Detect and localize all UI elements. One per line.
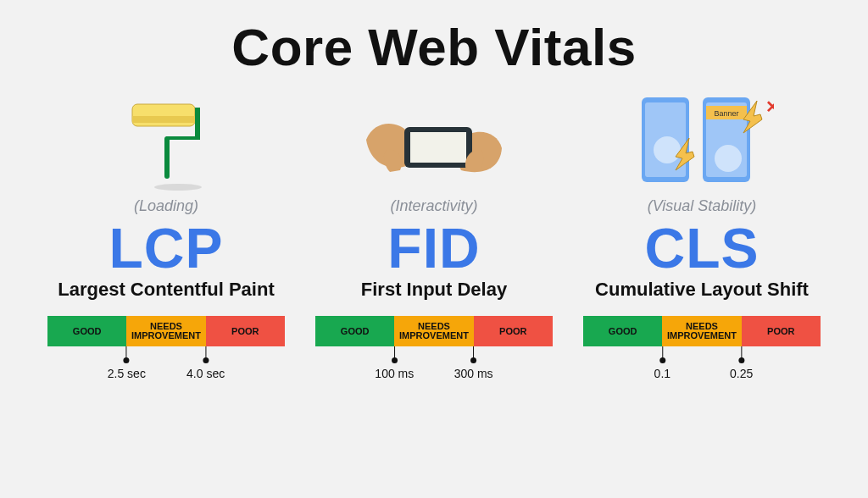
metric-category: (Loading)	[134, 197, 198, 215]
threshold-label: 100 ms	[375, 367, 414, 380]
threshold-tick-b: 300 ms	[454, 346, 493, 380]
threshold-ticks: 2.5 sec 4.0 sec	[47, 346, 285, 380]
segment-good: GOOD	[583, 316, 662, 346]
segment-needs-improvement: NEEDSIMPROVEMENT	[662, 316, 741, 346]
metric-cls: Banner ✕ (Visual Stability) CLS Cumulati…	[578, 89, 826, 380]
svg-point-10	[654, 136, 681, 163]
svg-rect-7	[410, 132, 466, 163]
segment-good: GOOD	[315, 316, 394, 346]
svg-point-5	[154, 184, 202, 191]
threshold-tick-a: 0.1	[654, 346, 670, 380]
segment-needs-improvement: NEEDSIMPROVEMENT	[394, 316, 473, 346]
segment-poor: POOR	[474, 316, 553, 346]
threshold-tick-b: 4.0 sec	[186, 346, 225, 380]
hands-phone-icon	[358, 89, 510, 191]
metric-category: (Interactivity)	[390, 197, 477, 215]
metric-acronym: LCP	[109, 220, 224, 277]
segment-good: GOOD	[47, 316, 126, 346]
threshold-tick-b: 0.25	[730, 346, 753, 380]
layout-shift-icon: Banner ✕	[626, 89, 778, 191]
threshold-label: 0.1	[654, 367, 670, 380]
threshold-label: 0.25	[730, 367, 753, 380]
paint-roller-icon	[90, 89, 242, 191]
threshold-segments: GOOD NEEDSIMPROVEMENT POOR	[583, 316, 821, 346]
metric-fid: (Interactivity) FID First Input Delay GO…	[310, 89, 558, 380]
metric-lcp: (Loading) LCP Largest Contentful Paint G…	[42, 89, 290, 380]
threshold-label: 2.5 sec	[108, 367, 146, 380]
svg-rect-0	[132, 104, 195, 126]
threshold-tick-a: 2.5 sec	[108, 346, 146, 380]
segment-needs-improvement: NEEDSIMPROVEMENT	[126, 316, 205, 346]
svg-rect-4	[164, 136, 170, 179]
segment-poor: POOR	[206, 316, 285, 346]
threshold-bar: GOOD NEEDSIMPROVEMENT POOR 100 ms 300 ms	[315, 316, 553, 380]
core-web-vitals-diagram: Core Web Vitals (Loading) LCP Largest Co…	[0, 0, 868, 498]
page-title: Core Web Vitals	[231, 17, 636, 77]
svg-point-15	[715, 145, 742, 172]
metric-acronym: FID	[387, 220, 480, 277]
svg-rect-3	[166, 136, 200, 140]
svg-text:Banner: Banner	[714, 109, 738, 118]
metric-acronym: CLS	[645, 220, 760, 277]
threshold-label: 300 ms	[454, 367, 493, 380]
threshold-ticks: 0.1 0.25	[583, 346, 821, 380]
metrics-row: (Loading) LCP Largest Contentful Paint G…	[42, 89, 826, 380]
segment-poor: POOR	[742, 316, 821, 346]
metric-fullname: First Input Delay	[361, 279, 507, 301]
threshold-ticks: 100 ms 300 ms	[315, 346, 553, 380]
threshold-label: 4.0 sec	[186, 367, 225, 380]
svg-rect-2	[195, 108, 200, 136]
metric-fullname: Cumulative Layout Shift	[595, 279, 809, 301]
threshold-segments: GOOD NEEDSIMPROVEMENT POOR	[47, 316, 285, 346]
metric-fullname: Largest Contentful Paint	[58, 279, 274, 301]
threshold-segments: GOOD NEEDSIMPROVEMENT POOR	[315, 316, 553, 346]
metric-category: (Visual Stability)	[648, 197, 757, 215]
svg-text:✕: ✕	[765, 97, 774, 116]
threshold-bar: GOOD NEEDSIMPROVEMENT POOR 0.1 0.25	[583, 316, 821, 380]
threshold-tick-a: 100 ms	[375, 346, 414, 380]
threshold-bar: GOOD NEEDSIMPROVEMENT POOR 2.5 sec 4.0 s…	[47, 316, 285, 380]
svg-rect-1	[132, 116, 195, 123]
